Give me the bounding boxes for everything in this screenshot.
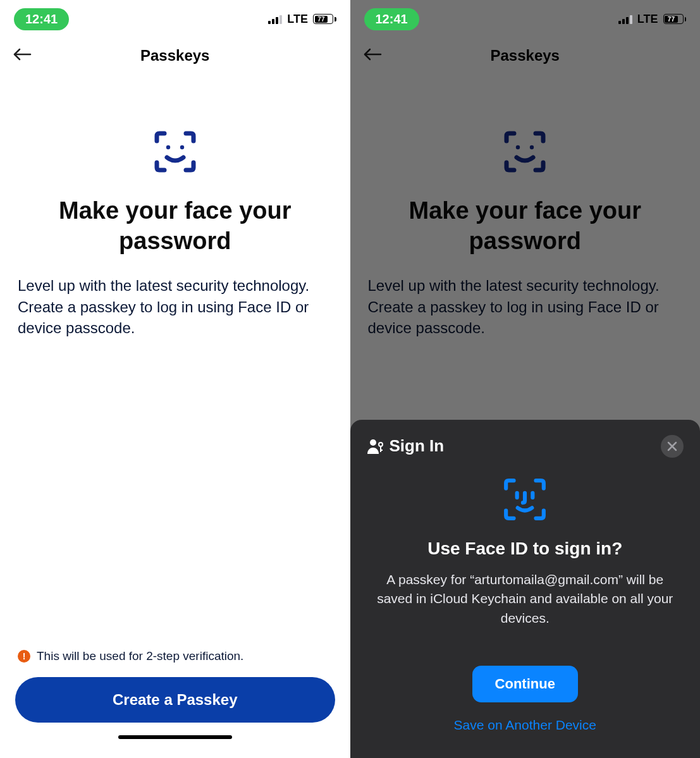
status-time-pill[interactable]: 12:41 [14, 8, 69, 30]
save-another-device-link[interactable]: Save on Another Device [367, 718, 684, 733]
screen-passkeys-sheet: 12:41 LTE 77 Passkeys [350, 0, 701, 758]
sheet-header-label: Sign In [390, 436, 445, 456]
status-right: LTE 77 [618, 13, 686, 26]
status-right: LTE 77 [268, 13, 336, 26]
cellular-signal-icon [618, 14, 632, 24]
continue-button[interactable]: Continue [472, 666, 578, 702]
cellular-signal-icon [268, 14, 282, 24]
person-key-icon [367, 438, 384, 455]
face-id-icon [367, 477, 684, 522]
svg-point-6 [370, 439, 376, 446]
home-indicator[interactable] [118, 735, 232, 739]
signin-sheet: Sign In Use Face ID to sign in? A passke… [350, 420, 701, 758]
alert-icon: ! [18, 650, 30, 663]
svg-point-7 [379, 443, 383, 446]
verification-notice: ! This will be used for 2-step verificat… [15, 649, 335, 663]
network-label: LTE [287, 13, 308, 26]
nav-title: Passkeys [140, 47, 209, 64]
sheet-close-button[interactable] [661, 435, 684, 458]
back-button [363, 47, 382, 64]
close-icon [667, 441, 677, 451]
svg-point-2 [180, 145, 184, 149]
back-button[interactable] [13, 47, 32, 64]
battery-icon: 77 [313, 14, 336, 24]
body-text: Level up with the latest security techno… [368, 275, 683, 339]
svg-point-4 [516, 145, 520, 149]
nav-title: Passkeys [491, 47, 560, 64]
sheet-body: A passkey for “arturtomaila@gmail.com” w… [367, 570, 684, 628]
face-id-icon [368, 130, 683, 174]
battery-icon: 77 [663, 14, 687, 24]
sheet-header: Sign In [367, 436, 445, 456]
nav-bar: Passkeys [350, 38, 701, 73]
back-arrow-icon [13, 47, 32, 62]
create-passkey-button[interactable]: Create a Passkey [15, 677, 335, 723]
notice-text: This will be used for 2-step verificatio… [37, 649, 243, 663]
face-id-icon [18, 130, 333, 174]
svg-point-5 [530, 145, 534, 149]
headline: Make your face your password [368, 196, 683, 256]
screen-passkeys-intro: 12:41 LTE 77 Passkeys [0, 0, 350, 758]
headline: Make your face your password [18, 196, 333, 256]
body-text: Level up with the latest security techno… [18, 275, 333, 339]
sheet-title: Use Face ID to sign in? [367, 539, 684, 559]
nav-bar: Passkeys [0, 38, 350, 73]
back-arrow-icon [363, 47, 382, 62]
status-bar: 12:41 LTE 77 [0, 0, 350, 38]
network-label: LTE [637, 13, 658, 26]
svg-point-1 [166, 145, 170, 149]
status-time-pill[interactable]: 12:41 [364, 8, 419, 30]
status-bar: 12:41 LTE 77 [350, 0, 701, 38]
